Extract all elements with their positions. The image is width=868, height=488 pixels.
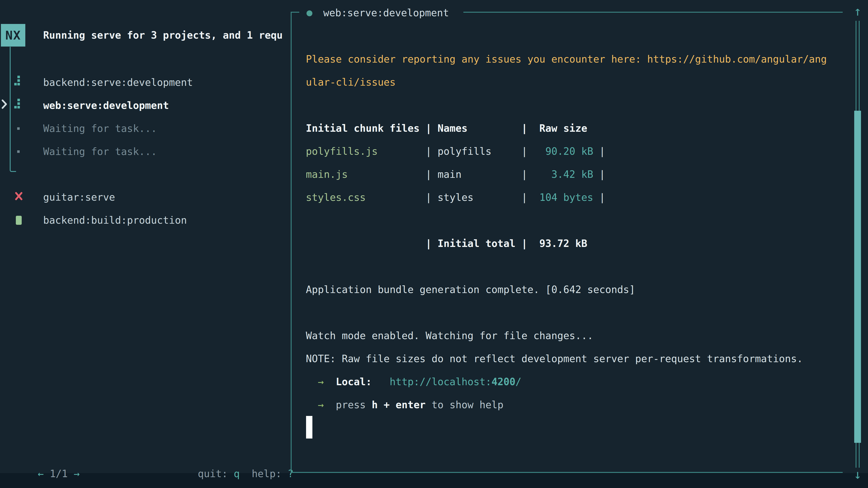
task-label: backend:build:production [43,209,187,232]
output-line-blank [306,94,844,117]
error-x-icon [15,186,23,209]
terminal-output: Please consider reporting any issues you… [306,48,844,416]
table-separator: | [366,192,438,203]
task-row-backend-serve-development[interactable]: backend:serve:development [0,71,290,94]
waiting-dot-icon [17,151,20,153]
output-line-watch-mode: Watch mode enabled. Watching for file ch… [306,324,844,347]
task-row-waiting-1[interactable]: Waiting for task... [0,117,290,140]
arrow-right-icon: → [318,376,324,387]
chunk-size: 104 bytes [533,192,593,203]
chunk-name: polyfills [438,145,491,157]
chunk-table-header: Initial chunk files | Names | Raw size [306,117,844,140]
page-prev-arrow-icon[interactable]: ← [38,468,44,480]
quit-key: q [234,468,240,480]
task-row-guitar-serve[interactable]: guitar:serve [0,186,290,209]
chunk-name: main [438,168,462,180]
help-hint-pre: press [336,399,372,411]
nx-logo: NX [1,24,25,46]
table-separator: | [378,145,438,157]
chunk-table-total-row: | Initial total | 93.72 kB [306,232,844,255]
chunk-file: styles.css [306,192,366,203]
output-line-notice: ular-cli/issues [306,71,844,94]
help-label: help: [252,468,281,480]
keyboard-shortcuts: quit:qhelp:? [174,439,293,462]
spinner-icon [14,71,20,94]
waiting-dot-icon [17,127,20,130]
spinner-icon [14,94,20,117]
panel-border-bottom [291,472,843,473]
panel-border-top-stub [291,12,299,13]
help-hint-keys: h + enter [372,399,426,411]
output-line-local-url: →Local:http://localhost:4200/ [306,370,844,393]
table-separator: | [473,192,533,203]
url-suffix: / [515,376,522,387]
task-label: Waiting for task... [43,117,157,140]
chunk-table-row: main.js | main | 3.42 kB | [306,163,844,186]
table-separator: | [348,168,437,180]
local-label: Local: [336,376,372,387]
arrow-right-icon: → [318,399,324,411]
chunk-table-row: styles.css | styles | 104 bytes | [306,186,844,209]
output-line-bundle-complete: Application bundle generation complete. … [306,278,844,301]
page-title: Running serve for 3 projects, and 1 requ [43,24,289,46]
chunk-table-row: polyfills.js | polyfills | 90.20 kB | [306,140,844,163]
output-line-notice: Please consider reporting any issues you… [306,48,844,71]
terminal-bottom-bar [0,473,868,488]
chunk-file: polyfills.js [306,145,378,157]
success-square-icon [16,216,22,225]
chunk-file: main.js [306,168,348,180]
url-prefix: http://localhost: [390,376,491,387]
table-separator: | [593,168,605,180]
terminal-cursor [306,416,312,438]
running-status-dot-icon [307,10,312,16]
quit-label: quit: [198,468,228,480]
help-hint-post: to show help [426,399,503,411]
pagination: ←1/1→ [14,439,80,462]
url-port: 4200 [491,376,515,387]
table-separator: | [593,192,605,203]
table-separator: | [462,168,533,180]
selected-task-indicator-icon [1,94,7,117]
scroll-up-arrow-icon[interactable]: ↑ [850,2,865,21]
output-line-note: NOTE: Raw file sizes do not reflect deve… [306,347,844,370]
panel-border-top [463,12,843,13]
task-label: guitar:serve [43,186,115,209]
scroll-down-arrow-icon[interactable]: ↓ [850,465,865,484]
task-row-web-serve-development[interactable]: web:serve:development [0,94,290,117]
page-indicator: 1/1 [50,468,68,480]
panel-title: web:serve:development [323,1,449,24]
output-line-blank [306,301,844,324]
output-line-help-hint: →press h + enter to show help [306,393,844,416]
nx-terminal-ui: NX Running serve for 3 projects, and 1 r… [0,0,868,488]
task-row-backend-build-production[interactable]: backend:build:production [0,209,290,232]
local-url[interactable]: http://localhost:4200/ [390,376,522,387]
output-line-blank [306,209,844,232]
task-label: backend:serve:development [43,71,193,94]
panel-border-left [291,12,291,473]
chunk-size: 3.42 kB [533,168,593,180]
page-next-arrow-icon[interactable]: → [74,468,80,480]
chunk-size: 90.20 kB [533,145,593,157]
task-row-waiting-2[interactable]: Waiting for task... [0,140,290,163]
task-label-selected: web:serve:development [43,94,169,117]
table-separator: | [593,145,605,157]
table-separator: | [491,145,533,157]
task-label: Waiting for task... [43,140,157,163]
output-line-blank [306,255,844,278]
chunk-name: styles [438,192,473,203]
scrollbar-thumb[interactable] [854,111,861,443]
